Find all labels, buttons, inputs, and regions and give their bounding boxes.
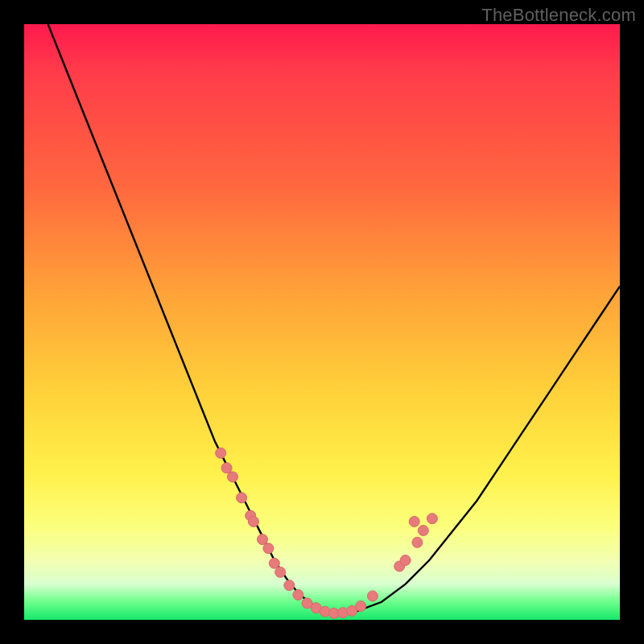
data-marker [356, 601, 366, 611]
data-marker [237, 493, 247, 503]
data-marker [248, 516, 258, 526]
data-marker [418, 526, 428, 536]
chart-svg [24, 24, 620, 620]
data-marker [293, 589, 303, 600]
chart-frame: TheBottleneck.com [0, 0, 644, 644]
data-markers [216, 448, 438, 618]
data-marker [284, 580, 295, 591]
watermark-text: TheBottleneck.com [481, 5, 636, 26]
data-marker [216, 448, 226, 458]
data-marker [258, 535, 268, 545]
data-marker [269, 558, 279, 568]
data-marker [400, 555, 411, 566]
data-marker [427, 514, 437, 524]
data-marker [228, 472, 238, 482]
data-marker [409, 516, 419, 526]
bottleneck-curve [48, 24, 620, 613]
data-marker [221, 463, 232, 473]
data-marker [412, 537, 423, 547]
data-marker [367, 591, 378, 601]
plot-area [24, 24, 620, 620]
data-marker [263, 543, 274, 554]
data-marker [275, 567, 286, 577]
